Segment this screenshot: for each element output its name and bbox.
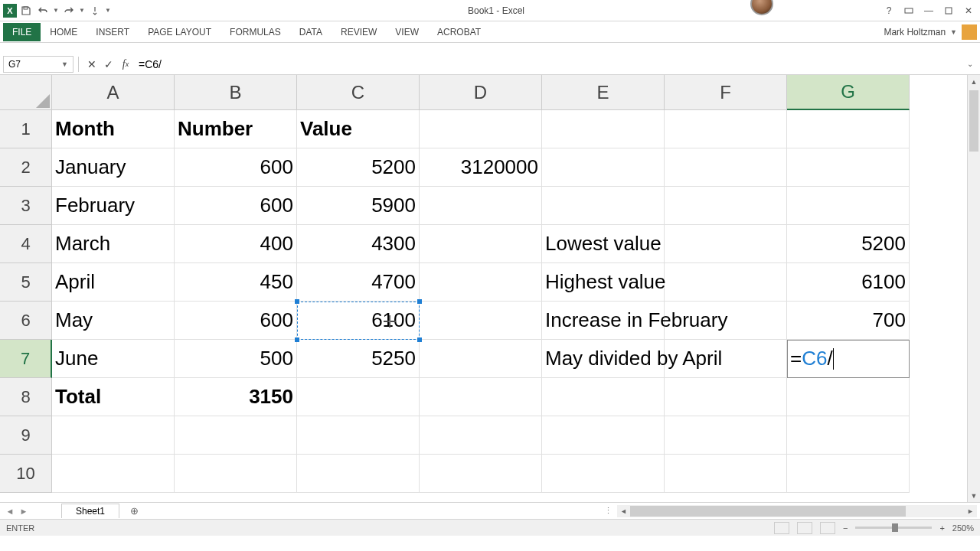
cell-b8[interactable]: 3150 — [175, 378, 297, 416]
tab-home[interactable]: HOME — [41, 23, 87, 41]
cell-c10[interactable] — [297, 455, 420, 493]
cell-b7[interactable]: 500 — [175, 340, 297, 378]
tab-review[interactable]: REVIEW — [332, 23, 386, 41]
cell-b2[interactable]: 600 — [175, 148, 297, 187]
cell-g5[interactable]: 6100 — [787, 263, 910, 302]
horizontal-scrollbar[interactable]: ◄ ► — [617, 505, 977, 517]
cell-f6[interactable] — [665, 302, 787, 340]
undo-dropdown-icon[interactable]: ▼ — [52, 3, 60, 18]
col-header-e[interactable]: E — [542, 75, 665, 110]
cell-b9[interactable] — [175, 416, 297, 455]
cell-g3[interactable] — [787, 187, 910, 225]
tab-view[interactable]: VIEW — [386, 23, 428, 41]
save-icon[interactable] — [18, 3, 34, 18]
cell-d2[interactable]: 3120000 — [420, 148, 542, 187]
tab-data[interactable]: DATA — [290, 23, 332, 41]
cell-b6[interactable]: 600 — [175, 302, 297, 340]
cell-c3[interactable]: 5900 — [297, 187, 420, 225]
row-header-8[interactable]: 8 — [0, 378, 52, 416]
cell-e6[interactable]: Increase in February — [542, 302, 665, 340]
cell-a6[interactable]: May — [52, 302, 175, 340]
col-header-b[interactable]: B — [175, 75, 297, 110]
cell-g9[interactable] — [787, 416, 910, 455]
cell-e9[interactable] — [542, 416, 665, 455]
cell-f7[interactable] — [665, 340, 787, 378]
insert-function-icon[interactable]: fx — [117, 57, 134, 72]
row-header-5[interactable]: 5 — [0, 263, 52, 302]
formula-input[interactable] — [134, 56, 963, 73]
undo-icon[interactable] — [35, 3, 51, 18]
cell-e3[interactable] — [542, 187, 665, 225]
expand-formula-bar-icon[interactable]: ⌄ — [963, 60, 977, 68]
row-header-9[interactable]: 9 — [0, 416, 52, 455]
cell-b10[interactable] — [175, 455, 297, 493]
zoom-out-icon[interactable]: − — [843, 523, 848, 533]
tab-acrobat[interactable]: ACROBAT — [428, 23, 490, 41]
cell-b5[interactable]: 450 — [175, 263, 297, 302]
cell-a10[interactable] — [52, 455, 175, 493]
cell-f9[interactable] — [665, 416, 787, 455]
close-icon[interactable]: ✕ — [960, 3, 977, 18]
sheet-nav-next-icon[interactable]: ► — [17, 507, 31, 516]
cell-c4[interactable]: 4300 — [297, 225, 420, 263]
row-header-7[interactable]: 7 — [0, 340, 52, 378]
cell-a1[interactable]: Month — [52, 110, 175, 148]
redo-dropdown-icon[interactable]: ▼ — [78, 3, 86, 18]
qa-customize-icon[interactable]: ▼ — [104, 3, 112, 18]
cell-f8[interactable] — [665, 378, 787, 416]
cell-e1[interactable] — [542, 110, 665, 148]
zoom-slider[interactable] — [855, 527, 932, 529]
cell-e10[interactable] — [542, 455, 665, 493]
touch-mode-icon[interactable] — [87, 3, 103, 18]
ribbon-options-icon[interactable] — [900, 3, 917, 18]
vertical-scrollbar[interactable]: ▲ ▼ — [967, 75, 980, 502]
user-picture[interactable] — [962, 24, 977, 40]
name-box[interactable]: G7 ▼ — [3, 56, 74, 73]
tab-file[interactable]: FILE — [3, 23, 41, 41]
col-header-f[interactable]: F — [665, 75, 787, 110]
tab-formulas[interactable]: FORMULAS — [220, 23, 290, 41]
cell-c6[interactable]: 6100 — [297, 302, 420, 340]
scroll-thumb[interactable] — [969, 90, 978, 152]
sheet-nav-prev-icon[interactable]: ◄ — [3, 507, 17, 516]
cell-g6[interactable]: 700 — [787, 302, 910, 340]
redo-icon[interactable] — [61, 3, 77, 18]
col-header-c[interactable]: C — [297, 75, 420, 110]
col-header-a[interactable]: A — [52, 75, 175, 110]
cell-c5[interactable]: 4700 — [297, 263, 420, 302]
cell-f3[interactable] — [665, 187, 787, 225]
cell-b4[interactable]: 400 — [175, 225, 297, 263]
cell-a5[interactable]: April — [52, 263, 175, 302]
cell-c7[interactable]: 5250 — [297, 340, 420, 378]
cell-f10[interactable] — [665, 455, 787, 493]
normal-view-icon[interactable] — [774, 522, 789, 534]
cell-a3[interactable]: February — [52, 187, 175, 225]
cell-g2[interactable] — [787, 148, 910, 187]
cell-d8[interactable] — [420, 378, 542, 416]
zoom-slider-thumb[interactable] — [892, 523, 898, 532]
cell-f4[interactable] — [665, 225, 787, 263]
cell-e8[interactable] — [542, 378, 665, 416]
cell-c1[interactable]: Value — [297, 110, 420, 148]
cell-g1[interactable] — [787, 110, 910, 148]
zoom-in-icon[interactable]: + — [939, 523, 944, 533]
cell-c2[interactable]: 5200 — [297, 148, 420, 187]
cell-d6[interactable] — [420, 302, 542, 340]
user-dropdown-icon[interactable]: ▼ — [950, 28, 957, 36]
name-box-dropdown-icon[interactable]: ▼ — [61, 60, 68, 68]
add-sheet-icon[interactable]: ⊕ — [126, 504, 142, 518]
row-header-3[interactable]: 3 — [0, 187, 52, 225]
cell-d4[interactable] — [420, 225, 542, 263]
tab-insert[interactable]: INSERT — [87, 23, 139, 41]
cell-f5[interactable] — [665, 263, 787, 302]
row-header-1[interactable]: 1 — [0, 110, 52, 148]
hscroll-thumb[interactable] — [630, 506, 906, 517]
cell-d5[interactable] — [420, 263, 542, 302]
cell-e4[interactable]: Lowest value — [542, 225, 665, 263]
cell-g10[interactable] — [787, 455, 910, 493]
page-layout-view-icon[interactable] — [797, 522, 812, 534]
cell-a9[interactable] — [52, 416, 175, 455]
cell-a4[interactable]: March — [52, 225, 175, 263]
cell-f1[interactable] — [665, 110, 787, 148]
page-break-view-icon[interactable] — [820, 522, 835, 534]
